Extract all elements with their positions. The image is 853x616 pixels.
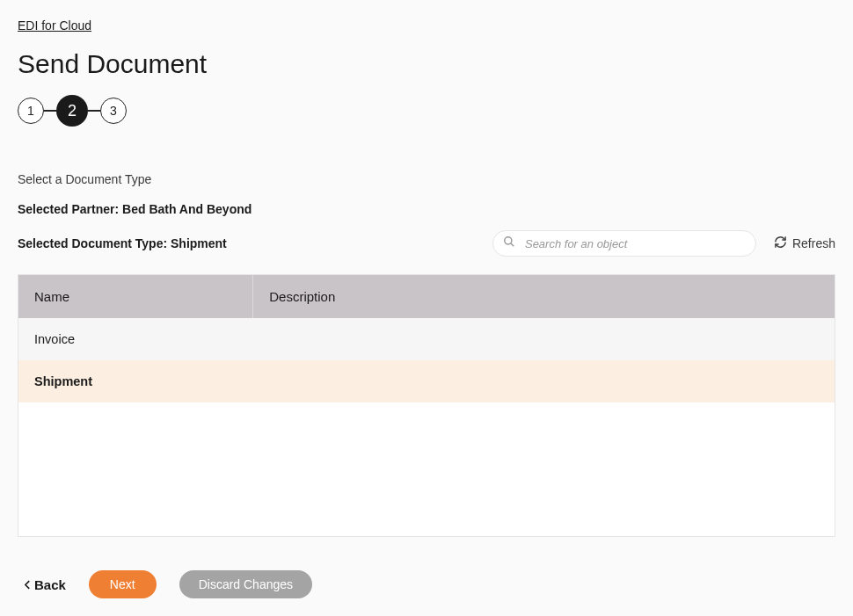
step-3[interactable]: 3 [100,98,127,124]
next-button[interactable]: Next [89,570,157,598]
cell-description [253,360,835,402]
cell-name: Invoice [18,318,253,360]
search-box [492,230,756,257]
chevron-left-icon [25,577,31,592]
refresh-label: Refresh [792,236,835,250]
refresh-button[interactable]: Refresh [774,236,835,251]
table-body: Invoice Shipment [18,318,835,536]
page-title: Send Document [18,49,835,79]
step-2[interactable]: 2 [56,95,88,127]
section-label: Select a Document Type [18,172,835,186]
step-connector [88,110,100,112]
cell-description [253,318,835,360]
refresh-icon [774,236,787,251]
selected-partner-text: Selected Partner: Bed Bath And Beyond [18,202,835,216]
stepper: 1 2 3 [18,95,835,127]
table-row[interactable]: Invoice [18,318,835,360]
th-description: Description [253,275,835,318]
selected-doctype-text: Selected Document Type: Shipment [18,236,227,250]
breadcrumb-link[interactable]: EDI for Cloud [18,18,91,33]
back-button[interactable]: Back [18,577,66,592]
step-1[interactable]: 1 [18,98,44,124]
step-connector [44,110,56,112]
table-header: Name Description [18,275,835,318]
doctype-table: Name Description Invoice Shipment [18,274,835,537]
th-name: Name [18,275,253,318]
discard-button[interactable]: Discard Changes [179,570,312,598]
table-row[interactable]: Shipment [18,360,835,402]
back-label: Back [34,577,66,592]
cell-name: Shipment [18,360,253,402]
search-input[interactable] [492,230,756,257]
footer-actions: Back Next Discard Changes [18,570,835,598]
